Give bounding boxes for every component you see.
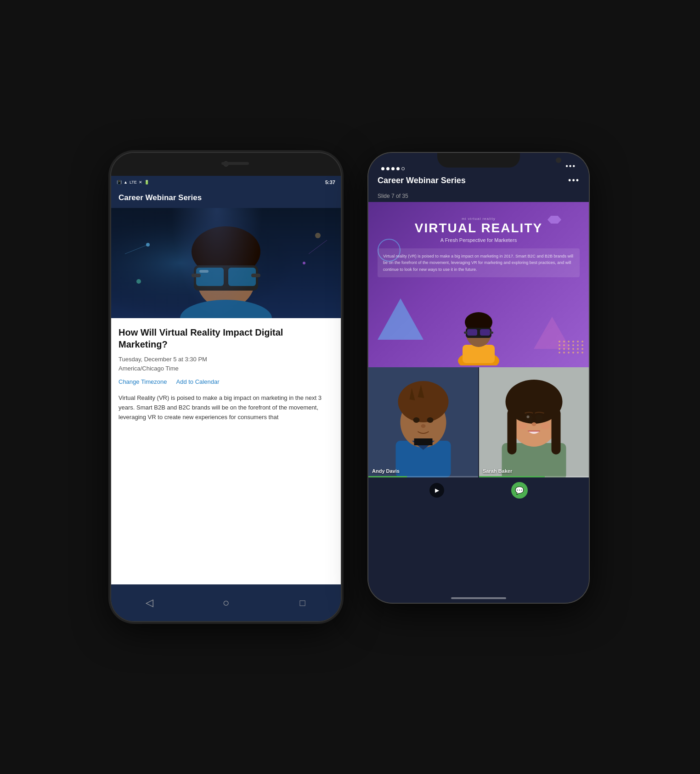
android-hero-image	[111, 208, 341, 318]
battery-icon: 🔋	[144, 180, 149, 185]
video-thumbnails: Andy Davis	[368, 367, 589, 477]
slide-body-text-block: Virtual reality (VR) is poised to make a…	[378, 248, 580, 277]
android-status-icons: 📳 ▲ LTE ✕ 🔋	[117, 180, 149, 185]
slide-hexagon	[548, 216, 561, 224]
slide-subtitle: A Fresh Perspective for Marketers	[440, 237, 517, 243]
android-content: How Will Virtual Reality Impact Digital …	[111, 318, 341, 430]
slide-body-text: Virtual reality (VR) is poised to make a…	[383, 253, 574, 273]
slide-triangle-left	[378, 298, 423, 340]
light-beam	[171, 208, 263, 318]
vr-scene	[111, 208, 341, 318]
play-button[interactable]: ▶	[429, 483, 444, 498]
iphone-more-menu[interactable]: •••	[568, 176, 580, 185]
svg-rect-45	[508, 409, 517, 454]
svg-point-14	[315, 233, 321, 238]
android-phone: 📳 ▲ LTE ✕ 🔋 5:37 Career Webinar Series	[111, 153, 341, 621]
webinar-date: Tuesday, December 5 at 3:30 PM	[119, 356, 207, 363]
android-home-button[interactable]	[217, 594, 235, 612]
presentation-slide[interactable]: mi virtual reality VIRTUAL REALITY A Fre…	[368, 202, 589, 367]
svg-point-13	[136, 279, 141, 284]
signal-dot-5	[401, 167, 405, 170]
android-app-header: Career Webinar Series	[111, 189, 341, 208]
change-timezone-link[interactable]: Change Timezone	[119, 378, 167, 385]
iphone-status-right: •••	[565, 162, 576, 170]
svg-point-52	[541, 423, 550, 429]
iphone-home-indicator	[451, 597, 506, 599]
webinar-title: How Will Virtual Reality Impact Digital …	[119, 326, 333, 350]
android-recents-button[interactable]	[294, 594, 312, 612]
svg-point-50	[532, 422, 536, 426]
svg-rect-26	[490, 331, 493, 334]
svg-rect-23	[467, 329, 477, 336]
webinar-links: Change Timezone Add to Calendar	[119, 378, 333, 385]
signal-dot-1	[381, 167, 384, 170]
iphone: ••• Career Webinar Series ••• Slide 7 of…	[368, 153, 589, 603]
android-app-title: Career Webinar Series	[119, 193, 202, 202]
svg-point-51	[518, 423, 527, 429]
iphone-more-header[interactable]: •••	[565, 162, 576, 170]
iphone-screen: ••• Career Webinar Series ••• Slide 7 of…	[368, 153, 589, 603]
video-thumb-sarah[interactable]: Sarah Baker	[479, 367, 589, 477]
slide-indicator: Slide 7 of 35	[368, 191, 589, 202]
svg-point-35	[413, 417, 420, 423]
svg-point-12	[303, 262, 305, 264]
webinar-timezone: America/Chicago Time	[119, 365, 179, 372]
signal-icon: ▲	[124, 180, 128, 185]
chat-button[interactable]: 💬	[511, 482, 528, 499]
svg-rect-18	[463, 345, 495, 363]
android-screen: 📳 ▲ LTE ✕ 🔋 5:37 Career Webinar Series	[111, 176, 341, 584]
iphone-signal-dots	[381, 167, 405, 170]
svg-point-36	[427, 417, 434, 423]
android-time: 5:37	[325, 179, 335, 185]
iphone-camera	[556, 157, 561, 163]
iphone-app-header: Career Webinar Series •••	[368, 173, 589, 191]
vibrate-icon: 📳	[117, 180, 122, 185]
andy-progress-fill	[368, 476, 407, 477]
andy-progress-bar	[368, 476, 478, 477]
lte-label: LTE	[130, 180, 137, 185]
iphone-bottom-bar: ▶ 💬	[368, 477, 589, 503]
iphone-app-title: Career Webinar Series	[378, 176, 466, 185]
signal-dot-3	[391, 167, 395, 170]
android-back-button[interactable]	[140, 594, 158, 612]
slide-title: VIRTUAL REALITY	[415, 221, 542, 236]
android-status-bar: 📳 ▲ LTE ✕ 🔋 5:37	[111, 176, 341, 189]
sarah-name-label: Sarah Baker	[483, 468, 512, 474]
main-scene: 📳 ▲ LTE ✕ 🔋 5:37 Career Webinar Series	[111, 153, 589, 621]
sarah-baker-video	[479, 367, 589, 477]
slide-dots	[559, 341, 584, 353]
signal-dot-4	[396, 167, 400, 170]
svg-point-37	[421, 424, 426, 428]
sarah-progress-bar	[479, 476, 589, 477]
svg-point-48	[536, 415, 543, 421]
svg-rect-46	[552, 409, 561, 454]
svg-rect-38	[414, 438, 433, 445]
svg-point-49	[527, 415, 530, 418]
android-bottom-nav	[111, 584, 341, 621]
slide-vr-person	[451, 306, 506, 367]
wifi-icon: ✕	[139, 180, 142, 185]
iphone-notch	[437, 153, 520, 168]
webinar-description: Virtual Reality (VR) is poised to make a…	[119, 393, 333, 422]
andy-name-label: Andy Davis	[372, 468, 400, 474]
android-speaker	[221, 162, 249, 165]
slide-person-svg	[451, 306, 506, 365]
sarah-progress-fill	[479, 476, 545, 477]
signal-dot-2	[386, 167, 390, 170]
svg-rect-25	[464, 331, 468, 334]
andy-davis-video	[368, 367, 478, 477]
slide-brand: mi virtual reality	[462, 217, 496, 221]
video-thumb-andy[interactable]: Andy Davis	[368, 367, 478, 477]
webinar-datetime: Tuesday, December 5 at 3:30 PM America/C…	[119, 355, 333, 373]
svg-point-32	[398, 381, 449, 422]
svg-rect-24	[480, 329, 490, 336]
add-to-calendar-link[interactable]: Add to Calendar	[176, 378, 220, 385]
